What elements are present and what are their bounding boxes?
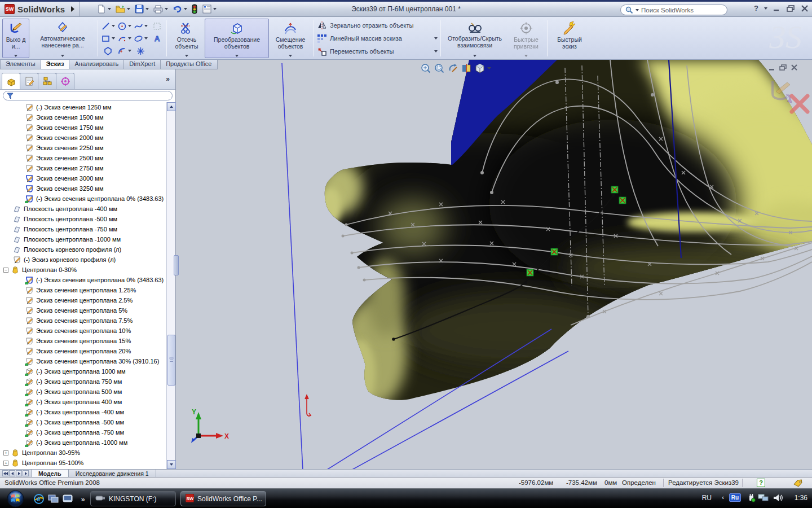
panel-splitter-handle[interactable]: [174, 255, 179, 275]
move-entities-caret[interactable]: [434, 50, 438, 52]
language-indicator[interactable]: RU: [702, 494, 712, 502]
tree-item[interactable]: Эскиз сечения 3000 мм: [0, 173, 175, 183]
graphics-viewport[interactable]: Y X: [176, 60, 812, 469]
expand-toggle[interactable]: +: [3, 450, 8, 456]
tree-item[interactable]: Плоскость центроплана -400 мм: [0, 204, 175, 214]
taskbar-button-KINGSTON (F:)[interactable]: KINGSTON (F:): [90, 491, 176, 506]
solidworks-menu-button[interactable]: SW SolidWorks: [0, 2, 80, 16]
tree-item[interactable]: Эскиз сечения 3250 мм: [0, 183, 175, 194]
help-caret[interactable]: [764, 7, 767, 10]
tree-item[interactable]: Плоскость корневого профиля (л): [0, 244, 175, 255]
model-tab-Исследование движения 1[interactable]: Исследование движения 1: [69, 470, 156, 477]
show-desktop-icon[interactable]: [62, 493, 74, 505]
display-relations-button[interactable]: Отобразить/Скрыть взаимосвязи: [443, 19, 507, 58]
close-button[interactable]: [801, 5, 809, 12]
help-button[interactable]: ?: [754, 4, 758, 12]
open-button[interactable]: [114, 3, 131, 15]
tree-item[interactable]: (-) Эскиз центроплана 750 мм: [0, 376, 175, 387]
tree-item[interactable]: Эскиз сечения 2750 мм: [0, 163, 175, 173]
tangent-arc-tool-button[interactable]: [116, 45, 132, 57]
internet-explorer-icon[interactable]: e: [33, 493, 45, 505]
scroll-down-button[interactable]: [167, 460, 176, 469]
tree-item[interactable]: Эскиз сечения 2250 мм: [0, 143, 175, 153]
tree-item[interactable]: Эскиз сечения центроплана 2.5%: [0, 295, 175, 305]
tree-item[interactable]: Эскиз сечения центроплана 5%: [0, 305, 175, 316]
tree-item[interactable]: Эскиз сечения центроплана 10%: [0, 326, 175, 336]
trim-entities-button[interactable]: Отсечь объекты: [169, 19, 205, 58]
tree-item[interactable]: +Центроплан 95-100%: [0, 458, 175, 468]
tree-item[interactable]: Эскиз сечения 2500 мм: [0, 153, 175, 163]
tree-item[interactable]: −Центроплан 0-30%: [0, 265, 175, 275]
expand-toggle[interactable]: +: [3, 461, 8, 466]
tree-item[interactable]: (-) Эскиз центроплана 400 мм: [0, 397, 175, 407]
quick-tips-button[interactable]: ?: [757, 479, 765, 487]
start-button[interactable]: [7, 490, 24, 507]
undo-button[interactable]: [171, 3, 188, 15]
tree-item[interactable]: (-) Эскиз центроплана -1000 мм: [0, 437, 175, 448]
options-button[interactable]: [201, 3, 218, 15]
linear-pattern-caret[interactable]: [434, 37, 438, 40]
text-tool-button[interactable]: A: [149, 32, 165, 45]
tree-item[interactable]: (-) Эскиз центроплана 500 мм: [0, 387, 175, 397]
move-entities-button[interactable]: Переместить объекты: [316, 45, 439, 58]
point-tool-button[interactable]: [133, 45, 148, 57]
tree-item[interactable]: (-) Эскиз сечения 1250 мм: [0, 102, 175, 112]
new-document-button[interactable]: [95, 3, 112, 15]
centerpoint-arc-tool-button[interactable]: [116, 32, 132, 45]
network-icon[interactable]: [758, 493, 769, 505]
collapse-toggle[interactable]: −: [3, 268, 8, 273]
tray-collapse-chevron[interactable]: ‹: [722, 494, 724, 501]
tags-icon[interactable]: [793, 479, 803, 488]
tree-item[interactable]: (-) Эскиз центроплана -400 мм: [0, 407, 175, 417]
rebuild-button[interactable]: [190, 3, 199, 15]
property-manager-tab[interactable]: [20, 73, 38, 89]
ellipse-tool-button[interactable]: [133, 32, 148, 45]
save-button[interactable]: [133, 3, 150, 15]
tab-scroll-buttons[interactable]: [0, 470, 32, 477]
tree-scrollbar[interactable]: [166, 102, 175, 469]
tree-item[interactable]: (-) Эскиз сечения центроплана 0% (3483.6…: [0, 194, 175, 204]
model-tab-Модель[interactable]: Модель: [32, 470, 69, 477]
print-button[interactable]: [152, 3, 169, 15]
tab-Анализировать[interactable]: Анализировать: [69, 60, 124, 69]
section-view-icon[interactable]: [462, 64, 470, 73]
tree-item[interactable]: Эскиз сечения центроплана 15%: [0, 336, 175, 346]
tree-item[interactable]: Эскиз сечения 2000 мм: [0, 133, 175, 143]
volume-icon[interactable]: [773, 493, 783, 504]
linear-pattern-button[interactable]: Линейный массив эскиза: [316, 32, 439, 45]
circle-tool-button[interactable]: [116, 20, 132, 32]
scroll-thumb[interactable]: [167, 335, 175, 386]
tree-item[interactable]: Плоскость центроплана -1000 мм: [0, 234, 175, 244]
exit-sketch-button[interactable]: Выхо д и...: [2, 19, 29, 58]
tab-Продукты Office[interactable]: Продукты Office: [160, 60, 217, 69]
switch-windows-icon[interactable]: [47, 493, 60, 505]
doc-minimize-button[interactable]: [769, 69, 774, 71]
configuration-manager-tab[interactable]: [38, 73, 56, 89]
taskbar-button-SolidWorks Office P...[interactable]: SWSolidWorks Office P...: [180, 491, 266, 506]
clock[interactable]: 1:36: [795, 494, 807, 502]
tree-item[interactable]: Эскиз сечения центроплана 7.5%: [0, 316, 175, 326]
tree-item[interactable]: Эскиз сечения 1500 мм: [0, 112, 175, 122]
quick-launch-overflow-chevron[interactable]: »: [77, 493, 89, 505]
tree-item[interactable]: Плоскость центроплана -750 мм: [0, 224, 175, 234]
feature-manager-tab[interactable]: [2, 73, 20, 89]
tree-item[interactable]: (-) Эскиз центроплана -500 мм: [0, 417, 175, 427]
tree-item[interactable]: Эскиз сечения центроплана 1.25%: [0, 285, 175, 295]
mirror-entities-button[interactable]: Зеркально отразить объекты: [316, 19, 439, 32]
polygon-tool-button[interactable]: [100, 45, 116, 57]
tab-DimXpert[interactable]: DimXpert: [123, 60, 161, 69]
tree-item[interactable]: (-) Эскиз корневого профиля (л): [0, 255, 175, 265]
tree-filter-input[interactable]: [3, 91, 173, 100]
search-input[interactable]: Поиск SolidWorks: [620, 5, 727, 15]
panel-tabs-overflow-chevron[interactable]: »: [166, 75, 170, 83]
tree-item[interactable]: Плоскость центроплана -500 мм: [0, 214, 175, 224]
dimxpert-manager-tab[interactable]: [56, 73, 74, 89]
minimize-button[interactable]: [773, 5, 781, 12]
tree-item[interactable]: Эскиз сечения центроплана 20%: [0, 346, 175, 356]
tree-item[interactable]: +Центроплан 30-95%: [0, 448, 175, 458]
tab-Элементы[interactable]: Элементы: [0, 60, 41, 69]
offset-entities-button[interactable]: Смещение объектов: [269, 19, 312, 58]
tree-item[interactable]: (-) Эскиз центроплана 1000 мм: [0, 366, 175, 376]
language-badge[interactable]: Ru: [729, 493, 741, 502]
rectangle-tool-button[interactable]: [100, 32, 116, 45]
